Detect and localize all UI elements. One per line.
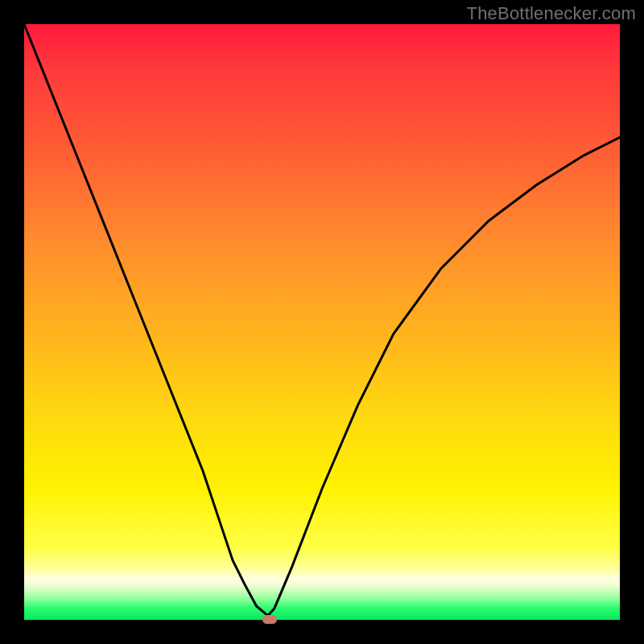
outer-frame: TheBottlenecker.com [0,0,644,644]
watermark-text: TheBottlenecker.com [467,3,636,24]
bottleneck-curve [24,24,620,616]
plot-area [24,24,620,620]
optimum-marker [262,615,277,624]
curve-layer [24,24,620,620]
